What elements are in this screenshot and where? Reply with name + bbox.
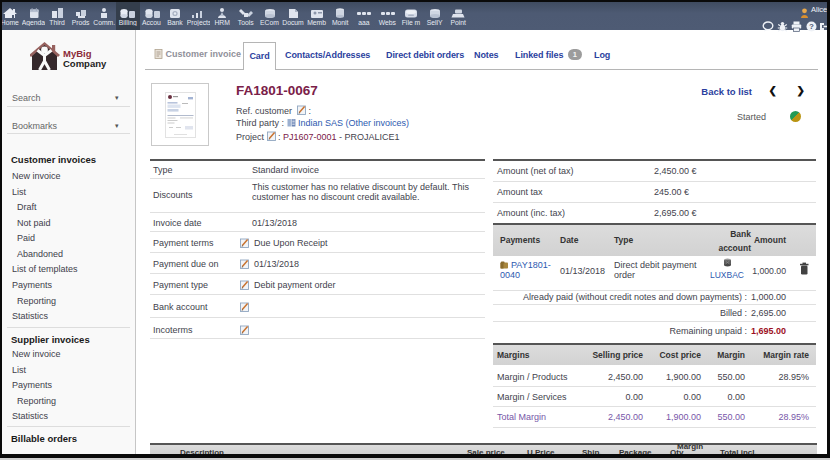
- svg-text:Company: Company: [63, 58, 107, 69]
- svg-text:?: ?: [809, 22, 814, 31]
